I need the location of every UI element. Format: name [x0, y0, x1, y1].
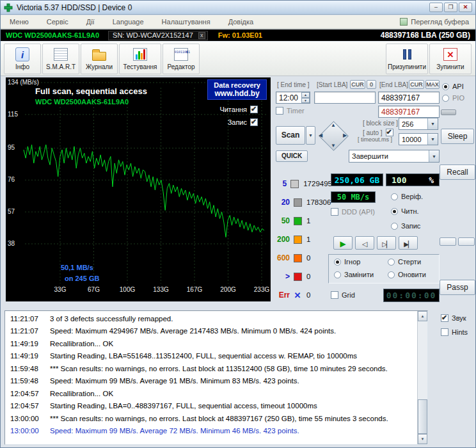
ignore-radio[interactable]: Ігнор — [334, 258, 360, 266]
verify-radio[interactable]: Веріф. — [391, 193, 423, 200]
ddd-checkbox[interactable]: DDD (API) — [331, 208, 375, 216]
chevron-down-icon[interactable] — [427, 118, 438, 129]
ddd-checkbox-box[interactable] — [331, 208, 338, 216]
quick-button[interactable]: QUICK — [276, 150, 308, 162]
log-text: Speed: Maximum 4294967 MB/s. Average 214… — [42, 327, 336, 335]
sound-checkbox-box[interactable] — [441, 314, 448, 322]
skip-forward-button[interactable] — [377, 236, 396, 250]
graph-y-label: 115 — [8, 111, 18, 118]
remap-radio[interactable]: Замінити — [334, 271, 374, 278]
grid-checkbox[interactable]: Grid — [331, 291, 355, 299]
scrollbar-thumb[interactable] — [418, 399, 427, 434]
api-radio-circle[interactable] — [442, 83, 449, 90]
log-row: 12:04:57Recallibration... OK — [5, 387, 427, 400]
log-text: Recallibration... OK — [42, 340, 113, 348]
scan-button[interactable]: Scan — [276, 126, 305, 145]
latency-threshold-label: 600 — [273, 253, 290, 262]
timer-checkbox[interactable]: Timer — [276, 107, 305, 115]
arrow-down-button[interactable]: ▼ — [331, 143, 336, 148]
recall-button[interactable]: Recall — [440, 164, 475, 180]
close-button[interactable]: ✕ — [459, 3, 472, 12]
arrow-right-button[interactable]: ▶ — [343, 132, 347, 138]
journals-button[interactable]: Журнали — [81, 44, 118, 74]
start-lba-field[interactable] — [314, 92, 376, 104]
log-text: Starting Reading, LBA=0..488397167, FULL… — [42, 402, 317, 410]
start-lba-cur-button[interactable]: CUR — [350, 80, 365, 89]
serial-close-icon[interactable]: x — [198, 32, 205, 39]
graph-y-label: 38 — [8, 240, 15, 247]
sleep-button[interactable]: Sleep — [441, 129, 474, 144]
pause-button[interactable]: Призупинити — [386, 44, 428, 74]
spinner-down-icon[interactable] — [301, 98, 310, 104]
arrow-up-button[interactable]: ▲ — [331, 122, 336, 128]
auto-checkbox-box[interactable] — [386, 129, 393, 136]
step-back-button[interactable] — [355, 236, 374, 250]
tiny-button-2[interactable] — [458, 237, 475, 246]
time-spinner[interactable] — [301, 92, 310, 103]
pio-radio-circle[interactable] — [442, 95, 449, 102]
menu-item[interactable]: Довідка — [219, 16, 263, 28]
skip-to-end-button[interactable] — [399, 236, 418, 250]
grid-checkbox-box[interactable] — [331, 291, 338, 299]
end-lba-max-button[interactable]: MAX — [425, 80, 440, 89]
sound-checkbox[interactable]: Звук — [441, 314, 466, 322]
menu-item[interactable]: Дії — [77, 16, 104, 28]
api-radio[interactable]: API — [442, 83, 464, 90]
end-lba-field[interactable]: 488397167 — [378, 92, 440, 104]
erase-radio[interactable]: Стерти — [388, 258, 421, 266]
stop-button[interactable]: Зупинити — [429, 44, 472, 74]
smart-button[interactable]: S.M.A.R.T — [42, 44, 79, 74]
write-radio[interactable]: Запис — [391, 222, 420, 230]
end-lba-cur-button[interactable]: CUR — [409, 80, 424, 89]
refresh-radio[interactable]: Оновити — [388, 271, 426, 278]
menu-item[interactable]: Сервіс — [38, 16, 77, 28]
start-test-button[interactable] — [333, 236, 353, 250]
read-radio-circle[interactable] — [391, 208, 398, 215]
spinner-up-icon[interactable] — [301, 92, 310, 98]
chevron-down-icon[interactable] — [427, 134, 438, 145]
arrow-left-button[interactable]: ◀ — [319, 132, 322, 138]
ignore-radio-circle[interactable] — [334, 259, 341, 266]
minimize-button[interactable]: – — [429, 3, 443, 12]
log-scrollbar[interactable] — [417, 311, 427, 444]
read-radio[interactable]: Читн. — [391, 207, 419, 215]
buffer-view-menu[interactable]: Перегляд буфера — [400, 18, 475, 26]
block-size-combo[interactable]: 256 — [399, 118, 438, 130]
play-icon — [340, 237, 345, 249]
pause-button-label: Призупинити — [388, 63, 426, 70]
tiny-button-1[interactable] — [440, 237, 456, 246]
timer-label: Timer — [287, 107, 305, 115]
chevron-down-icon[interactable] — [429, 150, 439, 162]
on-end-action-combo[interactable]: Завершити — [349, 150, 440, 163]
passp-button[interactable]: Passp — [440, 280, 475, 295]
info-button[interactable]: i Інфо — [4, 44, 41, 74]
hints-checkbox-box[interactable] — [441, 328, 448, 336]
timer-checkbox-box[interactable] — [276, 107, 283, 115]
graph-read-checkbox[interactable]: Читання — [219, 106, 258, 113]
latency-row: 2001 — [273, 233, 332, 246]
pio-radio[interactable]: PIO — [442, 94, 464, 102]
menu-item[interactable]: Language — [104, 16, 153, 28]
hints-checkbox[interactable]: Hints — [441, 328, 468, 336]
log-text: Starting Reading, LBA=551648..113512400,… — [42, 352, 357, 360]
graph-write-checkbox[interactable]: Запис — [228, 118, 258, 126]
write-radio-circle[interactable] — [391, 223, 398, 230]
menu-item[interactable]: Меню — [1, 16, 38, 28]
timeout-combo[interactable]: 10000 — [399, 133, 438, 145]
tests-button[interactable]: Тестування — [119, 44, 161, 74]
maximize-button[interactable]: ❐ — [444, 3, 457, 12]
refresh-radio-circle[interactable] — [388, 271, 395, 278]
editor-button[interactable]: Редактор — [163, 44, 200, 74]
end-lba-label: [End LBA] — [379, 81, 408, 88]
start-lba-zero-button[interactable]: 0 — [367, 80, 376, 89]
auto-checkbox[interactable]: [ auto ] — [363, 129, 393, 136]
scroll-down-icon[interactable] — [418, 434, 427, 444]
verify-radio-circle[interactable] — [391, 193, 398, 200]
erase-radio-circle[interactable] — [388, 259, 395, 266]
scroll-up-icon[interactable] — [418, 311, 427, 321]
remap-radio-circle[interactable] — [334, 271, 341, 278]
read-checkbox-box[interactable] — [250, 106, 258, 113]
end-time-field[interactable]: 12:00 — [276, 92, 310, 104]
menu-item[interactable]: Налаштування — [153, 16, 219, 28]
write-checkbox-box[interactable] — [250, 118, 258, 126]
